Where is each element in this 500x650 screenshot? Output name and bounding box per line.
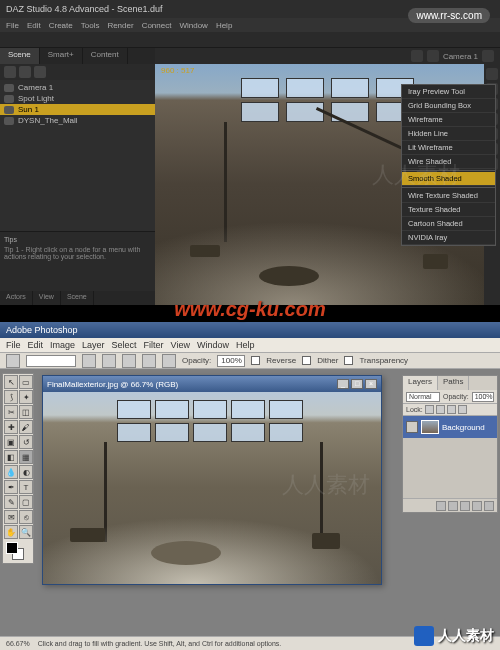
visibility-icon[interactable] bbox=[4, 84, 14, 92]
heal-tool[interactable]: ✚ bbox=[4, 420, 18, 434]
ctx-nvidia-iray[interactable]: NVIDIA Iray bbox=[402, 231, 495, 245]
layer-visibility-icon[interactable] bbox=[406, 421, 418, 433]
status-zoom[interactable]: 66.67% bbox=[6, 640, 30, 647]
ctx-wireframe[interactable]: Wireframe bbox=[402, 113, 495, 127]
daz-menu-render[interactable]: Render bbox=[107, 21, 133, 30]
lock-position-icon[interactable] bbox=[447, 405, 456, 414]
vp-header-icon[interactable] bbox=[411, 50, 423, 62]
ps-menu-window[interactable]: Window bbox=[197, 340, 229, 350]
gradient-tool[interactable]: ▦ bbox=[19, 450, 33, 464]
type-tool[interactable]: T bbox=[19, 480, 33, 494]
blur-tool[interactable]: 💧 bbox=[4, 465, 18, 479]
gradient-reflected-icon[interactable] bbox=[142, 354, 156, 368]
lock-transparency-icon[interactable] bbox=[425, 405, 434, 414]
maximize-button[interactable]: □ bbox=[351, 379, 363, 389]
gradient-diamond-icon[interactable] bbox=[162, 354, 176, 368]
visibility-icon[interactable] bbox=[4, 117, 14, 125]
scene-item-camera[interactable]: Camera 1 bbox=[4, 82, 151, 93]
lasso-tool[interactable]: ⟆ bbox=[4, 390, 18, 404]
scene-item-spotlight[interactable]: Spot Light bbox=[4, 93, 151, 104]
daz-menu-edit[interactable]: Edit bbox=[27, 21, 41, 30]
lock-all-icon[interactable] bbox=[458, 405, 467, 414]
visibility-icon[interactable] bbox=[4, 95, 14, 103]
history-brush-tool[interactable]: ↺ bbox=[19, 435, 33, 449]
vp-tool-icon[interactable] bbox=[486, 68, 498, 80]
daz-menu-file[interactable]: File bbox=[6, 21, 19, 30]
new-folder-icon[interactable] bbox=[460, 501, 470, 511]
hand-tool[interactable]: ✋ bbox=[4, 525, 18, 539]
visibility-icon[interactable] bbox=[4, 106, 14, 114]
delete-layer-icon[interactable] bbox=[484, 501, 494, 511]
scene-tool-icon[interactable] bbox=[34, 66, 46, 78]
vp-header-icon[interactable] bbox=[482, 50, 494, 62]
gradient-radial-icon[interactable] bbox=[102, 354, 116, 368]
scene-item-mall[interactable]: DYSN_The_Mall bbox=[4, 115, 151, 126]
gradient-tool-icon[interactable] bbox=[6, 354, 20, 368]
daz-menu-connect[interactable]: Connect bbox=[142, 21, 172, 30]
vp-header-icon[interactable] bbox=[427, 50, 439, 62]
color-swatches[interactable] bbox=[4, 542, 33, 562]
lock-image-icon[interactable] bbox=[436, 405, 445, 414]
ctx-texture-shaded[interactable]: Texture Shaded bbox=[402, 203, 495, 217]
ps-menu-file[interactable]: File bbox=[6, 340, 21, 350]
eyedropper-tool[interactable]: ⎋ bbox=[19, 510, 33, 524]
ctx-hidden-line[interactable]: Hidden Line bbox=[402, 127, 495, 141]
vp-camera-label[interactable]: Camera 1 bbox=[443, 52, 478, 61]
ps-menu-layer[interactable]: Layer bbox=[82, 340, 105, 350]
marquee-tool[interactable]: ▭ bbox=[19, 375, 33, 389]
ps-menu-filter[interactable]: Filter bbox=[144, 340, 164, 350]
ctx-cartoon[interactable]: Cartoon Shaded bbox=[402, 217, 495, 231]
crop-tool[interactable]: ✂ bbox=[4, 405, 18, 419]
gradient-preview[interactable] bbox=[26, 355, 76, 367]
ps-menu-view[interactable]: View bbox=[171, 340, 190, 350]
scene-item-sun[interactable]: Sun 1 bbox=[0, 104, 155, 115]
gradient-angle-icon[interactable] bbox=[122, 354, 136, 368]
layer-opacity-field[interactable]: 100% bbox=[472, 392, 494, 402]
ctx-lit-wireframe[interactable]: Lit Wireframe bbox=[402, 141, 495, 155]
wand-tool[interactable]: ✦ bbox=[19, 390, 33, 404]
dither-checkbox[interactable] bbox=[302, 356, 311, 365]
layer-mask-icon[interactable] bbox=[448, 501, 458, 511]
layer-style-icon[interactable] bbox=[436, 501, 446, 511]
layer-thumbnail[interactable] bbox=[421, 420, 439, 434]
daz-tab-content[interactable]: Content bbox=[83, 48, 128, 64]
ps-menu-image[interactable]: Image bbox=[50, 340, 75, 350]
daz-tab-smart[interactable]: Smart+ bbox=[40, 48, 83, 64]
reverse-checkbox[interactable] bbox=[251, 356, 260, 365]
stamp-tool[interactable]: ▣ bbox=[4, 435, 18, 449]
slice-tool[interactable]: ◫ bbox=[19, 405, 33, 419]
ps-menu-help[interactable]: Help bbox=[236, 340, 255, 350]
scene-tool-icon[interactable] bbox=[19, 66, 31, 78]
move-tool[interactable]: ↖ bbox=[4, 375, 18, 389]
daz-tab-scene[interactable]: Scene bbox=[0, 48, 40, 64]
layer-background[interactable]: Background bbox=[403, 416, 497, 438]
path-tool[interactable]: ✒ bbox=[4, 480, 18, 494]
ctx-wire-texture[interactable]: Wire Texture Shaded bbox=[402, 189, 495, 203]
ctx-bbox[interactable]: Grid Bounding Box bbox=[402, 99, 495, 113]
zoom-tool[interactable]: 🔍 bbox=[19, 525, 33, 539]
ps-menu-edit[interactable]: Edit bbox=[28, 340, 44, 350]
scene-tool-icon[interactable] bbox=[4, 66, 16, 78]
close-button[interactable]: × bbox=[365, 379, 377, 389]
layers-tab[interactable]: Layers bbox=[403, 376, 438, 390]
doc-titlebar[interactable]: FinalMallexterior.jpg @ 66.7% (RGB) _ □ … bbox=[43, 376, 381, 392]
ctx-iray-preview[interactable]: Iray Preview Tool bbox=[402, 85, 495, 99]
notes-tool[interactable]: ✉ bbox=[4, 510, 18, 524]
daz-menu-create[interactable]: Create bbox=[49, 21, 73, 30]
daz-menu-tools[interactable]: Tools bbox=[81, 21, 100, 30]
foreground-color[interactable] bbox=[6, 542, 18, 554]
dodge-tool[interactable]: ◐ bbox=[19, 465, 33, 479]
blend-mode-select[interactable]: Normal bbox=[406, 392, 440, 402]
pen-tool[interactable]: ✎ bbox=[4, 495, 18, 509]
daz-menu-help[interactable]: Help bbox=[216, 21, 232, 30]
brush-tool[interactable]: 🖌 bbox=[19, 420, 33, 434]
ps-menu-select[interactable]: Select bbox=[112, 340, 137, 350]
opacity-field[interactable]: 100% bbox=[217, 355, 245, 367]
transparency-checkbox[interactable] bbox=[344, 356, 353, 365]
daz-menu-window[interactable]: Window bbox=[179, 21, 207, 30]
shape-tool[interactable]: ▢ bbox=[19, 495, 33, 509]
new-layer-icon[interactable] bbox=[472, 501, 482, 511]
minimize-button[interactable]: _ bbox=[337, 379, 349, 389]
paths-tab[interactable]: Paths bbox=[438, 376, 469, 390]
gradient-linear-icon[interactable] bbox=[82, 354, 96, 368]
